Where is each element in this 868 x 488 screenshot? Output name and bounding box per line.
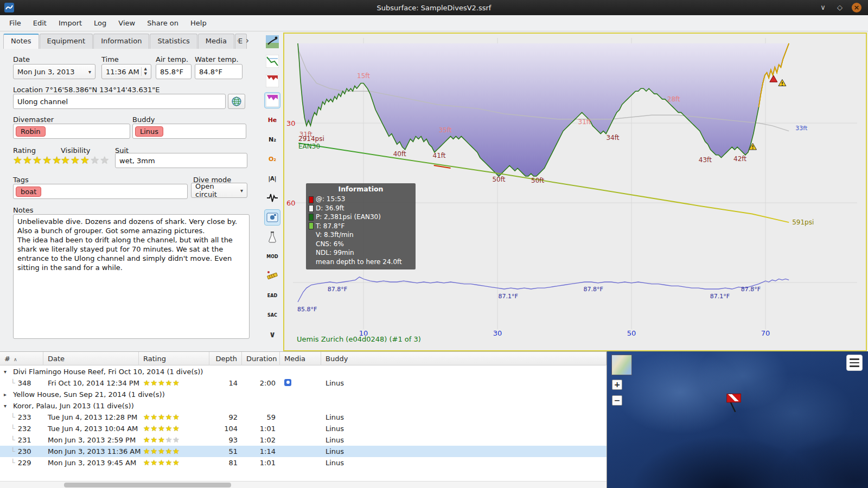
dive-row-229[interactable]: └229Mon Jun 3, 2013 9:45 AM★★★★★811:01Li… xyxy=(0,457,607,468)
divemaster-tag[interactable]: Robin xyxy=(16,126,46,137)
close-icon[interactable]: × xyxy=(852,3,861,12)
dive-list: #∧DateRatingDepthDurationMediaBuddy ▾Div… xyxy=(0,351,607,488)
calculated-ceiling-icon[interactable] xyxy=(264,92,280,108)
ambient-pressure-icon[interactable]: |A| xyxy=(264,170,280,187)
collapse-icon[interactable]: ∨ xyxy=(264,326,280,343)
dive-row-233[interactable]: └233Tue Jun 4, 2013 12:28 PM★★★★★9259Lin… xyxy=(0,412,607,423)
trip-row[interactable]: ▾Koror, Palau, Jun 2013 (11 dive(s)) xyxy=(0,400,607,412)
dive-row-230[interactable]: └230Mon Jun 3, 2013 11:36 AM★★★★★511:14L… xyxy=(0,446,607,457)
oxygen-graph-icon[interactable]: O₂ xyxy=(264,151,280,167)
tree-branch-icon: └ xyxy=(11,459,15,467)
sac-icon[interactable]: SAC xyxy=(264,307,280,323)
temperature-label: 87.1°F xyxy=(499,293,518,300)
buddy-field[interactable]: Linus xyxy=(132,124,246,139)
map-location-button[interactable] xyxy=(228,94,245,109)
profile-toolbar: HeN₂O₂|A|MODEADSAC∨ xyxy=(261,33,283,351)
menu-log[interactable]: Log xyxy=(88,16,112,30)
dive-row-348[interactable]: └348Fri Oct 10, 2014 12:34 PM★★★★★142:00… xyxy=(0,377,607,389)
location-field[interactable] xyxy=(13,94,226,109)
dive-row-231[interactable]: └231Mon Jun 3, 2013 2:59 PM★★★★★931:02Li… xyxy=(0,434,607,446)
legend-chip xyxy=(309,205,314,212)
dive-duration: 1:01 xyxy=(242,459,280,467)
expand-caret-icon[interactable]: ▸ xyxy=(4,391,9,397)
time-spinbox[interactable]: 11:36 AM ▲ ▼ xyxy=(101,64,151,79)
dive-mode-icon[interactable] xyxy=(264,34,280,50)
spin-down-icon[interactable]: ▼ xyxy=(144,72,147,76)
collapse-caret-icon[interactable]: ▾ xyxy=(4,369,9,375)
helium-graph-icon[interactable]: He xyxy=(264,112,280,128)
time-axis-label: 50 xyxy=(627,329,636,337)
collapse-caret-icon[interactable]: ▾ xyxy=(4,403,9,409)
column-header-duration[interactable]: Duration xyxy=(242,352,280,365)
column-header-media[interactable]: Media xyxy=(280,352,321,365)
heart-rate-icon[interactable] xyxy=(264,190,280,206)
gas-change-icon[interactable] xyxy=(264,229,280,245)
star-icon: ★ xyxy=(143,424,150,433)
trip-row[interactable]: ▸Yellow House, Sun Sep 21, 2014 (1 dive(… xyxy=(0,389,607,400)
column-header-date[interactable]: Date xyxy=(43,352,139,365)
end-pressure-label: 591psi xyxy=(792,219,814,226)
airtemp-field[interactable] xyxy=(156,64,192,79)
date-combobox[interactable]: Mon Jun 3, 2013 ▾ xyxy=(13,64,95,79)
menu-share-on[interactable]: Share on xyxy=(141,16,184,30)
tab-statistics[interactable]: Statistics xyxy=(150,34,197,49)
menu-file[interactable]: File xyxy=(3,16,27,30)
star-icon: ★ xyxy=(151,435,158,444)
divemode-value: Open circuit xyxy=(195,182,237,198)
column-header-depth[interactable]: Depth xyxy=(209,352,242,365)
maximize-icon[interactable]: ◇ xyxy=(835,3,845,12)
menu-help[interactable]: Help xyxy=(184,16,213,30)
notes-textarea[interactable] xyxy=(13,214,250,339)
tab-scroll-right-icon[interactable]: › xyxy=(246,36,249,46)
ead-icon[interactable]: EAD xyxy=(264,287,280,304)
ruler-icon[interactable] xyxy=(264,268,280,284)
divemode-combobox[interactable]: Open circuit ▾ xyxy=(191,183,247,198)
nitrogen-graph-icon[interactable]: N₂ xyxy=(264,131,280,147)
photos-icon[interactable] xyxy=(264,209,280,226)
tab-scroll-left-icon[interactable]: ‹ xyxy=(237,36,240,46)
map-overview-thumbnail[interactable] xyxy=(611,355,632,375)
scrollbar-thumb[interactable] xyxy=(64,483,231,487)
rating-stars[interactable]: ★★★★★ xyxy=(13,155,62,165)
menu-import[interactable]: Import xyxy=(53,16,88,30)
info-box-line: mean depth to here 24.0ft xyxy=(309,258,412,267)
suit-field[interactable] xyxy=(115,153,247,168)
visibility-stars[interactable]: ★★★★★ xyxy=(61,155,110,165)
column-header-rating[interactable]: Rating xyxy=(139,352,209,365)
tab-information[interactable]: Information xyxy=(93,34,149,49)
star-icon: ★ xyxy=(61,155,70,165)
media-icon[interactable] xyxy=(284,379,291,386)
dive-rating: ★★★★★ xyxy=(139,425,209,433)
map-panel[interactable]: + − xyxy=(607,351,868,488)
trip-row[interactable]: ▾Divi Flamingo House Reef, Fri Oct 10, 2… xyxy=(0,366,607,377)
spin-up-icon[interactable]: ▲ xyxy=(144,67,147,71)
map-zoom-out-button[interactable]: − xyxy=(612,395,622,406)
column-header--[interactable]: #∧ xyxy=(0,352,43,365)
dive-rating: ★★★★★ xyxy=(139,413,209,421)
buddy-tag[interactable]: Linus xyxy=(135,126,163,137)
menu-edit[interactable]: Edit xyxy=(27,16,53,30)
tag-boat[interactable]: boat xyxy=(16,187,41,197)
tags-field[interactable]: boat xyxy=(13,184,188,199)
tab-equipment[interactable]: Equipment xyxy=(40,34,93,49)
dive-flag-marker[interactable] xyxy=(718,387,749,418)
watertemp-field[interactable] xyxy=(195,64,242,79)
tab-media[interactable]: Media xyxy=(198,34,234,49)
minimize-icon[interactable]: ∨ xyxy=(818,3,828,12)
spin-buttons: ▲ ▼ xyxy=(141,67,147,76)
time-value: 11:36 AM xyxy=(106,68,139,76)
map-zoom-in-button[interactable]: + xyxy=(612,380,622,390)
dive-row-232[interactable]: └232Tue Jun 4, 2013 10:04 AM★★★★★1041:01… xyxy=(0,423,607,434)
cylinder-pressure-icon[interactable] xyxy=(264,53,280,69)
column-header-buddy[interactable]: Buddy xyxy=(321,352,607,365)
star-icon: ★ xyxy=(151,447,158,455)
map-menu-button[interactable] xyxy=(846,355,863,371)
divemaster-field[interactable]: Robin xyxy=(13,124,130,139)
temperature-label: 87.8°F xyxy=(741,286,761,293)
menu-view[interactable]: View xyxy=(112,16,141,30)
tab-notes[interactable]: Notes xyxy=(3,34,39,49)
star-icon: ★ xyxy=(158,447,165,455)
horizontal-scrollbar[interactable] xyxy=(0,481,607,488)
mod-icon[interactable]: MOD xyxy=(264,248,280,265)
dc-ceiling-icon[interactable] xyxy=(264,73,280,89)
